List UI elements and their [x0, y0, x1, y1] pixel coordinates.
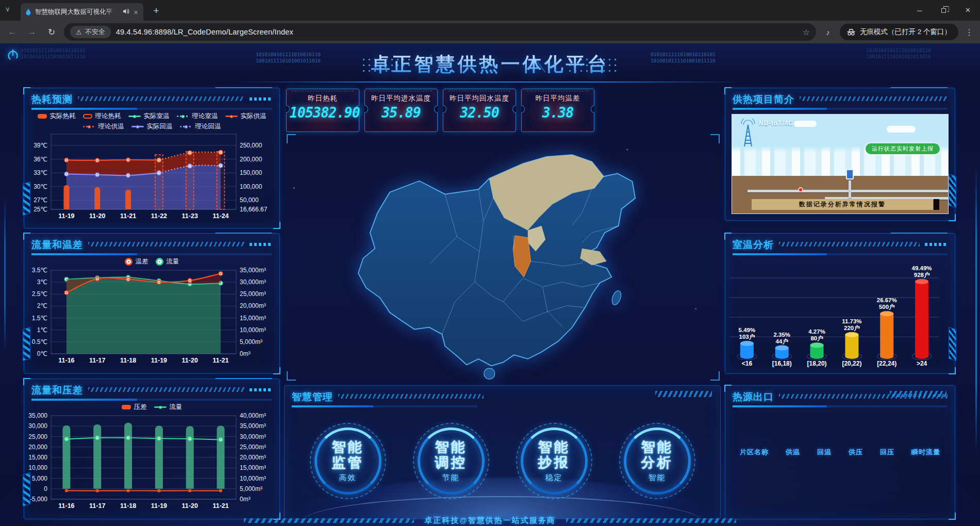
legend-swatch: [156, 258, 163, 266]
svg-text:44户: 44户: [776, 338, 789, 345]
footer-stripe-decor: [244, 518, 414, 523]
bookmark-star-icon[interactable]: ☆: [803, 27, 810, 37]
column-header: 片区名称: [740, 448, 769, 457]
tab-search-chevron-icon[interactable]: ∨: [5, 5, 10, 13]
svg-text:100,000: 100,000: [240, 183, 262, 190]
panel-title: 热源出口: [733, 390, 774, 404]
svg-text:30,000: 30,000: [28, 422, 47, 430]
power-icon[interactable]: [6, 48, 20, 64]
svg-text:35,000: 35,000: [28, 412, 47, 419]
panel-accent: [211, 378, 272, 383]
site-favicon-droplet-icon: [25, 8, 32, 15]
minimize-button[interactable]: ─: [907, 0, 932, 21]
stat-value: 3.38: [525, 104, 591, 121]
address-bar[interactable]: ⚠ 不安全 49.4.54.96:8898/LR_CodeDemo/LargeS…: [64, 23, 816, 41]
emblem-supervision[interactable]: 智能 监管 高效: [310, 423, 386, 499]
legend-label: 理论室温: [192, 112, 218, 121]
svg-text:0m³: 0m³: [240, 496, 251, 503]
security-label: 不安全: [85, 27, 105, 37]
panel-title: 供热项目简介: [733, 93, 794, 106]
legend-item[interactable]: 实际室温: [125, 112, 173, 121]
project-intro-video[interactable]: NB-IoT/4G 运行状态实时发射上报 数据记录分析异常情况报警: [732, 114, 949, 214]
emblem-tag: 智能: [649, 473, 666, 483]
legend-item[interactable]: 理论热耗: [79, 112, 125, 121]
flow-pressure-legend: 压差流量: [24, 403, 279, 412]
legend-item[interactable]: 温差: [121, 257, 152, 266]
svg-text:103户: 103户: [739, 334, 755, 340]
emblem-tag: 高效: [339, 473, 357, 483]
heat-forecast-chart[interactable]: 39℃250,00036℃200,00033℃150,00030℃100,000…: [24, 131, 279, 225]
svg-text:25,000: 25,000: [28, 433, 47, 440]
browser-menu-icon[interactable]: ⋮: [964, 27, 975, 37]
emblem-text: 智能: [641, 439, 673, 455]
legend-item[interactable]: 实际供温: [222, 112, 270, 121]
svg-text:11-22: 11-22: [151, 212, 167, 220]
legend-item[interactable]: 压差: [118, 403, 151, 412]
new-tab-button[interactable]: +: [150, 4, 163, 18]
svg-text:150,000: 150,000: [240, 169, 262, 176]
legend-label: 实际室温: [144, 112, 170, 121]
reload-button[interactable]: ↻: [44, 27, 59, 38]
svg-text:39℃: 39℃: [34, 142, 47, 149]
svg-text:5,000m³: 5,000m³: [240, 338, 262, 346]
svg-text:11-21: 11-21: [120, 212, 136, 220]
legend-item[interactable]: 理论室温: [173, 112, 222, 121]
svg-text:[20,22): [20,22): [842, 360, 861, 367]
restore-button[interactable]: [932, 0, 956, 21]
legend-item[interactable]: 理论供温: [79, 122, 128, 131]
close-window-button[interactable]: ×: [956, 0, 980, 21]
left-edge-decor: [4, 198, 6, 353]
legend-item[interactable]: 实际热耗: [34, 112, 79, 121]
svg-text:50,000: 50,000: [240, 196, 259, 204]
cloud-decor: [794, 121, 817, 127]
flow-temp-chart[interactable]: 3.5℃35,000m³3℃30,000m³2.5℃25,000m³2℃20,0…: [24, 266, 279, 369]
incognito-badge: 无痕模式（已打开 2 个窗口）: [840, 24, 958, 40]
svg-text:3℃: 3℃: [37, 278, 47, 286]
panel-flow-pressure-diff: 流量和压差 压差流量 35,00040,000m³30,00035,000m³2…: [24, 379, 280, 519]
svg-text:10,000m³: 10,000m³: [240, 475, 266, 482]
panel-title: 热耗预测: [31, 93, 73, 106]
title-underline: [31, 399, 272, 401]
column-header: 供温: [786, 448, 800, 457]
emblem-analysis[interactable]: 智能 分析 智能: [619, 423, 695, 499]
legend-swatch: [180, 126, 192, 127]
iot-tower-icon: [736, 119, 760, 149]
legend-item[interactable]: 流量: [151, 403, 186, 412]
back-button[interactable]: ←: [5, 27, 20, 37]
legend-swatch: [83, 126, 95, 127]
url-text[interactable]: 49.4.54.96:8898/LR_CodeDemo/LargeScreen/…: [116, 28, 798, 36]
video-caption: 数据记录分析异常情况报警: [752, 199, 933, 210]
browser-tab[interactable]: 智慧物联网大数据可视化平 ×: [21, 3, 143, 21]
browser-window: ∨ 智慧物联网大数据可视化平 × + ─ × ← → ↻ ⚠ 不安全 4: [0, 0, 980, 526]
svg-text:25,000m³: 25,000m³: [240, 443, 266, 451]
security-chip[interactable]: ⚠ 不安全: [70, 26, 111, 38]
flow-temp-legend: 温差流量: [24, 257, 279, 266]
emblem-regulation[interactable]: 智能 调控 节能: [413, 423, 489, 499]
media-controls-icon[interactable]: ♪: [821, 28, 835, 37]
legend-item[interactable]: 实际回温: [128, 122, 176, 131]
stat-value: 35.89: [368, 104, 435, 121]
panel-flow-temp-diff: 流量和温差 温差流量 3.5℃35,000m³3℃30,000m³2.5℃25,…: [24, 233, 280, 374]
legend-swatch: [131, 126, 144, 127]
emblem-text: 分析: [641, 455, 673, 470]
legend-item[interactable]: 流量: [152, 257, 183, 266]
svg-text:15,000: 15,000: [28, 454, 47, 461]
corner-decor: [23, 378, 30, 385]
tab-audio-speaker-icon[interactable]: [123, 7, 129, 17]
tab-close-icon[interactable]: ×: [132, 8, 139, 16]
legend-item[interactable]: 理论回温: [176, 122, 225, 131]
emblem-meter-reading[interactable]: 智能 抄报 稳定: [516, 423, 592, 499]
stat-card-inlet-temp: 昨日平均进水温度 35.89: [364, 89, 438, 132]
svg-text:26.67%: 26.67%: [877, 297, 897, 303]
legend-swatch: [125, 258, 132, 266]
legend-label: 理论热耗: [95, 112, 121, 121]
hatch-strip: [88, 387, 244, 392]
flow-pressure-chart[interactable]: 35,00040,000m³30,00035,000m³25,00030,000…: [24, 412, 279, 515]
svg-text:200,000: 200,000: [240, 156, 262, 163]
china-map[interactable]: [287, 134, 720, 381]
svg-text:80户: 80户: [810, 335, 823, 342]
outlet-table-header: 片区名称 供温 回温 供压 回压 瞬时流量: [725, 448, 955, 457]
forward-button[interactable]: →: [25, 27, 39, 37]
room-temp-chart[interactable]: 5.49%103户<162.35%44户[16,18)4.27%80户[18,2…: [725, 255, 955, 379]
emblem-text: 智能: [332, 439, 364, 455]
